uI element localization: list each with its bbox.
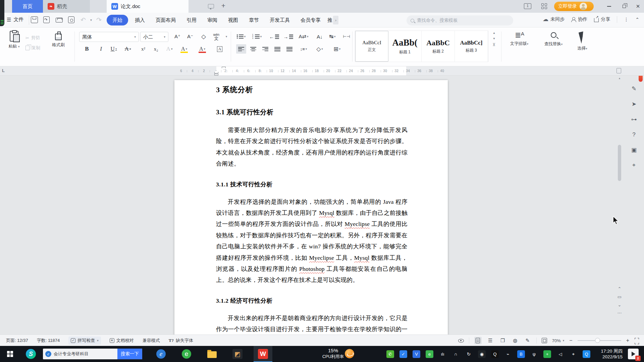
sort-button[interactable]: A↓ [315,32,325,41]
find-replace-button[interactable]: 查找替换▾ [539,31,568,47]
next-page-icon[interactable]: ⌄ [618,302,622,307]
web-view-icon[interactable]: ◍ [512,337,519,344]
superscript-button[interactable]: x² [138,44,148,54]
tab-selector-icon[interactable]: L [2,68,5,73]
more-options-icon[interactable]: ⋮ [624,17,629,22]
numbered-list-button[interactable]: ▾ [252,32,262,41]
scrollbar-thumb[interactable] [618,145,621,181]
eye-protect-icon[interactable] [458,339,464,343]
borders-button[interactable]: ⊞▾ [332,44,342,54]
clear-format-button[interactable]: ◇ [199,32,209,41]
taskbar-search-band[interactable]: e 会计专业考研科目 搜索一下 [43,349,142,359]
zoom-slider-knob[interactable] [595,338,600,343]
fullscreen-icon[interactable] [634,338,639,343]
menu-插入[interactable]: 插入 [131,15,149,25]
security-shield-icon[interactable]: V [413,350,420,358]
export-icon[interactable] [43,16,50,23]
volume-icon[interactable]: ◁ [556,350,564,358]
menu-引用[interactable]: 引用 [182,15,201,25]
style-标题 2[interactable]: AaBbC标题 2 [422,31,455,62]
ie-green-icon[interactable]: e [426,350,433,358]
redo-icon[interactable]: ↷ [96,16,102,24]
fit-page-icon[interactable] [542,338,547,343]
char-scale-button[interactable]: A⇄▾ [299,32,309,41]
collaborate-button[interactable]: 协作 [571,16,587,22]
snip-crosshair-icon[interactable]: ⌖ [570,350,577,358]
taskbar-app-wps[interactable]: W [254,346,272,362]
page-content[interactable]: 3 系统分析3.1 系统可行性分析需要使用大部分精力开发的音乐电影分享系统为了充… [174,80,448,335]
menu-页面布局[interactable]: 页面布局 [152,15,180,25]
tab-docer[interactable]: ❧ 稻壳 [43,0,90,13]
outline-view-icon[interactable]: ☰ [487,337,494,344]
bullet-list-button[interactable]: ▾ [236,32,246,41]
style-标题 1[interactable]: AaBb(标题 1 [388,31,422,62]
text-effect-button[interactable]: A▾ [164,44,174,54]
bold-button[interactable]: B [82,44,92,54]
notification-media-button[interactable]: 8 [628,349,639,359]
previous-page-icon[interactable]: ⌃ [618,286,622,291]
page-view-icon[interactable] [474,337,482,344]
menu-开始[interactable]: 开始 [107,15,128,25]
notification-bell-icon[interactable]: ∩ [452,350,460,358]
tab-preview-icon[interactable] [208,4,214,8]
document-page[interactable]: 3 系统分析3.1 系统可行性分析需要使用大部分精力开发的音乐电影分享系统为了充… [174,80,448,335]
decrease-indent-button[interactable]: ← [269,32,279,41]
nav-more-icon[interactable]: ⋯ [618,310,622,315]
vertical-scrollbar[interactable]: ▴ [617,76,622,311]
share-button[interactable]: 分享 [594,16,610,22]
taskbar-clock[interactable]: 17:20 周四 2022/9/15 [585,348,623,360]
align-center-button[interactable] [248,44,258,54]
start-button[interactable] [0,346,20,362]
bluetooth-icon[interactable]: B [517,350,525,358]
strikethrough-button[interactable]: A▾ [123,44,133,54]
usb-icon[interactable]: ψ [530,350,538,358]
pinyin-guide-button[interactable]: wén 文 [211,32,221,41]
edit-mode-icon[interactable]: ✎ [524,337,531,344]
ruler-page-icon[interactable] [616,68,621,73]
nvidia-icon[interactable]: ◉ [478,350,486,358]
ocr-image-icon[interactable]: ▣ [631,146,637,154]
taskbar-app-media[interactable]: ◩ [228,346,247,362]
adjust-slider-icon[interactable]: ⊶ [631,116,637,123]
taskbar-search-text[interactable]: 会计专业考研科目 [54,351,117,357]
apps-grid-icon[interactable] [541,3,547,9]
cut-button[interactable]: ✂ 剪切 [25,33,40,43]
menu-会员专享[interactable]: 会员专享 [297,15,325,25]
font-size-select[interactable]: 小二 ▾ [140,32,168,42]
print-icon[interactable] [56,18,63,22]
layout-mode-icon[interactable]: 1 [524,3,531,9]
tabstop-button[interactable]: ⊢⊣ [341,32,352,41]
subscript-button[interactable]: x₂ [151,44,161,54]
align-right-button[interactable] [260,44,270,54]
justify-button[interactable] [272,44,282,54]
sync-status[interactable]: ☁ 未同步 [543,16,565,23]
zoom-out-button[interactable]: − [569,338,572,344]
menu-章节[interactable]: 章节 [245,15,263,25]
shading-button[interactable]: ◇▾ [315,44,325,54]
copy-button[interactable]: 复制 [25,43,40,53]
line-spacing-button[interactable]: ↕≡▾ [299,44,309,54]
italic-button[interactable]: I [96,44,106,54]
styles-scroll-up-icon[interactable]: ▴ [493,31,495,35]
grow-font-button[interactable]: A⁺ [172,32,182,41]
proofread-button[interactable]: ✕ 文档校对 [110,338,134,344]
command-search-box[interactable]: 查找命令、搜索模板 [407,15,513,25]
distribute-button[interactable] [284,44,294,54]
menu-more[interactable]: 推› [327,15,338,25]
zoom-slider[interactable] [578,340,621,341]
format-painter-button[interactable]: 格式刷 [50,31,67,48]
scroll-up-icon[interactable]: ▴ [617,76,622,80]
menu-审阅[interactable]: 审阅 [203,15,221,25]
select-cursor-icon[interactable]: ➤ [632,101,636,108]
character-border-button[interactable]: A [215,44,225,54]
taskbar-search-button[interactable]: 搜索一下 [117,349,142,359]
font-color-button[interactable]: A▾ [197,44,207,54]
help-icon[interactable]: ? [632,131,635,138]
menu-视图[interactable]: 视图 [224,15,242,25]
underline-button[interactable]: U▾ [109,44,119,54]
shrink-font-button[interactable]: A⁻ [185,32,195,41]
spellcheck-toggle[interactable]: ✓ 拼写检查 ▾ [68,337,101,345]
screen-rotate-icon[interactable]: ↻ [465,350,473,358]
highlight-color-button[interactable]: A▾ [179,44,189,54]
new-tab-button[interactable]: + [219,2,228,10]
